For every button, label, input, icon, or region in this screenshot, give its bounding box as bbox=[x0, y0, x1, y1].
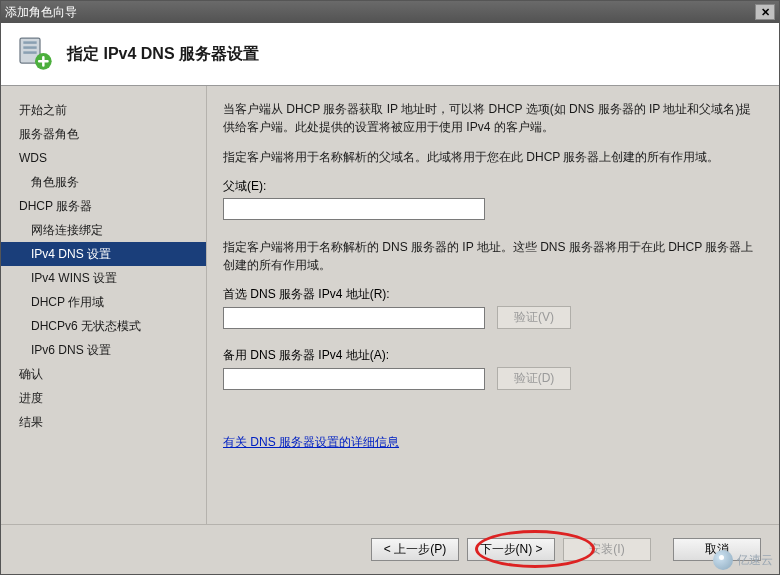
sidebar-item-2[interactable]: WDS bbox=[1, 146, 206, 170]
wizard-icon bbox=[15, 33, 55, 76]
preferred-dns-label: 首选 DNS 服务器 IPv4 地址(R): bbox=[223, 286, 763, 303]
parent-domain-label: 父域(E): bbox=[223, 178, 763, 195]
svg-rect-3 bbox=[23, 51, 36, 54]
content-panel: 当客户端从 DHCP 服务器获取 IP 地址时，可以将 DHCP 选项(如 DN… bbox=[206, 86, 779, 524]
sidebar-item-4[interactable]: DHCP 服务器 bbox=[1, 194, 206, 218]
intro-paragraph-1: 当客户端从 DHCP 服务器获取 IP 地址时，可以将 DHCP 选项(如 DN… bbox=[223, 100, 763, 136]
alternate-dns-row: 备用 DNS 服务器 IPv4 地址(A): 验证(D) bbox=[223, 347, 763, 390]
sidebar-item-12[interactable]: 进度 bbox=[1, 386, 206, 410]
sidebar-item-9[interactable]: DHCPv6 无状态模式 bbox=[1, 314, 206, 338]
preferred-dns-row: 首选 DNS 服务器 IPv4 地址(R): 验证(V) bbox=[223, 286, 763, 329]
cancel-button[interactable]: 取消 bbox=[673, 538, 761, 561]
close-button[interactable]: ✕ bbox=[755, 4, 775, 20]
intro-paragraph-3: 指定客户端将用于名称解析的 DNS 服务器的 IP 地址。这些 DNS 服务器将… bbox=[223, 238, 763, 274]
svg-rect-1 bbox=[23, 41, 36, 44]
next-button[interactable]: 下一步(N) > bbox=[467, 538, 555, 561]
body-area: 开始之前服务器角色WDS角色服务DHCP 服务器网络连接绑定IPv4 DNS 设… bbox=[1, 86, 779, 524]
sidebar-item-10[interactable]: IPv6 DNS 设置 bbox=[1, 338, 206, 362]
sidebar-item-3[interactable]: 角色服务 bbox=[1, 170, 206, 194]
sidebar-item-7[interactable]: IPv4 WINS 设置 bbox=[1, 266, 206, 290]
parent-domain-row: 父域(E): bbox=[223, 178, 763, 220]
titlebar: 添加角色向导 ✕ bbox=[1, 1, 779, 23]
dns-info-link[interactable]: 有关 DNS 服务器设置的详细信息 bbox=[223, 434, 399, 451]
sidebar-item-13[interactable]: 结果 bbox=[1, 410, 206, 434]
preferred-dns-input[interactable] bbox=[223, 307, 485, 329]
wizard-window: 添加角色向导 ✕ 指定 IPv4 DNS 服务器设置 开始之前服务器角色WDS角… bbox=[0, 0, 780, 575]
validate-preferred-button: 验证(V) bbox=[497, 306, 571, 329]
page-title: 指定 IPv4 DNS 服务器设置 bbox=[67, 44, 259, 65]
alternate-dns-label: 备用 DNS 服务器 IPv4 地址(A): bbox=[223, 347, 763, 364]
install-button: 安装(I) bbox=[563, 538, 651, 561]
sidebar-item-6[interactable]: IPv4 DNS 设置 bbox=[1, 242, 206, 266]
sidebar-item-8[interactable]: DHCP 作用域 bbox=[1, 290, 206, 314]
header-band: 指定 IPv4 DNS 服务器设置 bbox=[1, 23, 779, 86]
sidebar-item-11[interactable]: 确认 bbox=[1, 362, 206, 386]
footer: < 上一步(P) 下一步(N) > 安装(I) 取消 bbox=[1, 524, 779, 574]
intro-paragraph-2: 指定客户端将用于名称解析的父域名。此域将用于您在此 DHCP 服务器上创建的所有… bbox=[223, 148, 763, 166]
svg-rect-2 bbox=[23, 46, 36, 49]
validate-alternate-button: 验证(D) bbox=[497, 367, 571, 390]
window-title: 添加角色向导 bbox=[5, 4, 77, 21]
alternate-dns-input[interactable] bbox=[223, 368, 485, 390]
sidebar-item-1[interactable]: 服务器角色 bbox=[1, 122, 206, 146]
parent-domain-input[interactable] bbox=[223, 198, 485, 220]
close-icon: ✕ bbox=[761, 6, 770, 19]
sidebar-item-5[interactable]: 网络连接绑定 bbox=[1, 218, 206, 242]
sidebar: 开始之前服务器角色WDS角色服务DHCP 服务器网络连接绑定IPv4 DNS 设… bbox=[1, 86, 206, 524]
previous-button[interactable]: < 上一步(P) bbox=[371, 538, 459, 561]
sidebar-item-0[interactable]: 开始之前 bbox=[1, 98, 206, 122]
